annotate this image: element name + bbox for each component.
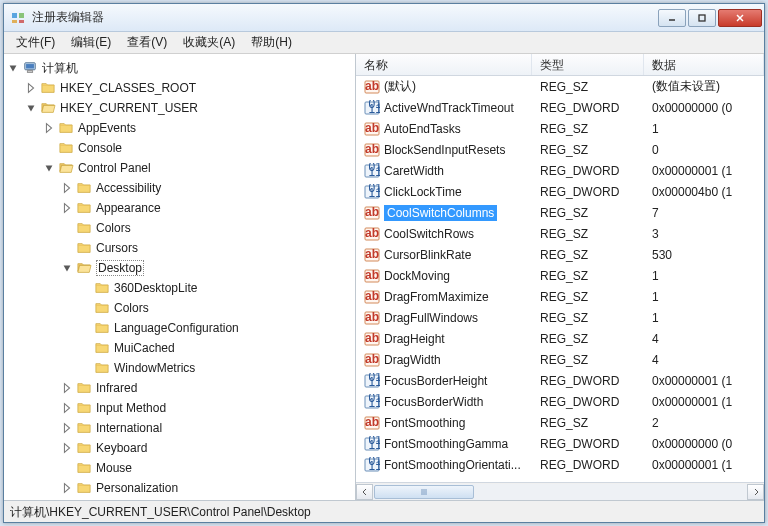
expander-icon[interactable] — [6, 61, 20, 75]
menu-help[interactable]: 帮助(H) — [243, 32, 300, 53]
tree-node-windowmetrics[interactable]: WindowMetrics — [78, 358, 355, 378]
expander-icon[interactable] — [60, 441, 74, 455]
column-header-data[interactable]: 数据 — [644, 54, 764, 75]
tree-node-international[interactable]: International — [60, 418, 355, 438]
value-row[interactable]: DragFullWindowsREG_SZ1 — [356, 307, 764, 328]
tree-node-accessibility[interactable]: Accessibility — [60, 178, 355, 198]
menu-edit[interactable]: 编辑(E) — [63, 32, 119, 53]
tree-node-mouse[interactable]: Mouse — [60, 458, 355, 478]
value-row[interactable]: DragWidthREG_SZ4 — [356, 349, 764, 370]
value-row[interactable]: FocusBorderWidthREG_DWORD0x00000001 (1 — [356, 391, 764, 412]
tree-node-appearance[interactable]: Appearance — [60, 198, 355, 218]
expander-icon[interactable] — [60, 381, 74, 395]
tree-node-cursors[interactable]: Cursors — [60, 238, 355, 258]
value-data: 1 — [644, 311, 764, 325]
expander-icon[interactable] — [24, 101, 38, 115]
column-header-name[interactable]: 名称 — [356, 54, 532, 75]
value-row[interactable]: DockMovingREG_SZ1 — [356, 265, 764, 286]
menu-favorites[interactable]: 收藏夹(A) — [175, 32, 243, 53]
tree-node-personalization[interactable]: Personalization — [60, 478, 355, 498]
menu-file[interactable]: 文件(F) — [8, 32, 63, 53]
tree-node-colors[interactable]: Colors — [60, 218, 355, 238]
svg-rect-13 — [699, 15, 705, 21]
tree-label: Infrared — [96, 381, 137, 395]
value-data: 4 — [644, 332, 764, 346]
value-row[interactable]: AutoEndTasksREG_SZ1 — [356, 118, 764, 139]
value-row[interactable]: DragFromMaximizeREG_SZ1 — [356, 286, 764, 307]
value-type: REG_SZ — [532, 332, 644, 346]
tree-label: Console — [78, 141, 122, 155]
tree-node-keyboard[interactable]: Keyboard — [60, 438, 355, 458]
tree-label: Appearance — [96, 201, 161, 215]
maximize-button[interactable] — [688, 9, 716, 27]
tree-label: HKEY_CURRENT_USER — [60, 101, 198, 115]
tree-node-desktop-colors[interactable]: Colors — [78, 298, 355, 318]
expander-icon[interactable] — [60, 201, 74, 215]
folder-icon — [94, 321, 110, 335]
value-row[interactable]: FontSmoothingGammaREG_DWORD0x00000000 (0 — [356, 433, 764, 454]
close-button[interactable] — [718, 9, 762, 27]
expander-icon[interactable] — [42, 161, 56, 175]
value-row[interactable]: CoolSwitchRowsREG_SZ3 — [356, 223, 764, 244]
scroll-right-button[interactable] — [747, 484, 764, 500]
content-area: 计算机 HKEY_CLASSES_ROOT — [4, 54, 764, 500]
expander-icon[interactable] — [60, 181, 74, 195]
list-body[interactable]: (默认)REG_SZ(数值未设置)ActiveWndTrackTimeoutRE… — [356, 76, 764, 482]
tree-node-infrared[interactable]: Infrared — [60, 378, 355, 398]
value-row[interactable]: BlockSendInputResetsREG_SZ0 — [356, 139, 764, 160]
scroll-track[interactable] — [373, 484, 747, 500]
value-type: REG_DWORD — [532, 164, 644, 178]
tree-node-muicached[interactable]: MuiCached — [78, 338, 355, 358]
expander-icon[interactable] — [60, 421, 74, 435]
expander-icon[interactable] — [42, 121, 56, 135]
value-name: DragFromMaximize — [384, 290, 489, 304]
expander-icon[interactable] — [24, 81, 38, 95]
tree-node-langconfig[interactable]: LanguageConfiguration — [78, 318, 355, 338]
tree-label: Colors — [96, 221, 131, 235]
value-row[interactable]: ClickLockTimeREG_DWORD0x000004b0 (1 — [356, 181, 764, 202]
titlebar[interactable]: 注册表编辑器 — [4, 4, 764, 32]
expander-icon[interactable] — [60, 401, 74, 415]
expander-icon[interactable] — [60, 481, 74, 495]
tree-node-inputmethod[interactable]: Input Method — [60, 398, 355, 418]
tree-label: HKEY_CLASSES_ROOT — [60, 81, 196, 95]
value-name: FocusBorderWidth — [384, 395, 483, 409]
value-row[interactable]: FontSmoothingREG_SZ2 — [356, 412, 764, 433]
minimize-button[interactable] — [658, 9, 686, 27]
value-name: FontSmoothingOrientati... — [384, 458, 521, 472]
string-value-icon — [364, 247, 380, 263]
binary-value-icon — [364, 184, 380, 200]
tree-node-console[interactable]: Console — [42, 138, 355, 158]
value-row[interactable]: (默认)REG_SZ(数值未设置) — [356, 76, 764, 97]
folder-icon — [58, 141, 74, 155]
tree-node-hkcr[interactable]: HKEY_CLASSES_ROOT — [24, 78, 355, 98]
scroll-left-button[interactable] — [356, 484, 373, 500]
value-row[interactable]: CoolSwitchColumnsREG_SZ7 — [356, 202, 764, 223]
value-name: (默认) — [384, 78, 416, 95]
tree-node-controlpanel[interactable]: Control Panel — [42, 158, 355, 178]
string-value-icon — [364, 352, 380, 368]
status-path: 计算机\HKEY_CURRENT_USER\Control Panel\Desk… — [10, 505, 311, 519]
expander-icon[interactable] — [60, 261, 74, 275]
tree-label: 360DesktopLite — [114, 281, 197, 295]
value-type: REG_SZ — [532, 80, 644, 94]
menu-view[interactable]: 查看(V) — [119, 32, 175, 53]
value-row[interactable]: CaretWidthREG_DWORD0x00000001 (1 — [356, 160, 764, 181]
value-row[interactable]: FocusBorderHeightREG_DWORD0x00000001 (1 — [356, 370, 764, 391]
horizontal-scrollbar[interactable] — [356, 482, 764, 500]
tree-node-computer[interactable]: 计算机 — [6, 58, 355, 78]
value-row[interactable]: FontSmoothingOrientati...REG_DWORD0x0000… — [356, 454, 764, 475]
value-type: REG_SZ — [532, 290, 644, 304]
value-row[interactable]: ActiveWndTrackTimeoutREG_DWORD0x00000000… — [356, 97, 764, 118]
value-row[interactable]: DragHeightREG_SZ4 — [356, 328, 764, 349]
tree-node-appevents[interactable]: AppEvents — [42, 118, 355, 138]
value-type: REG_SZ — [532, 248, 644, 262]
tree-node-desktop[interactable]: Desktop — [60, 258, 355, 278]
value-row[interactable]: CursorBlinkRateREG_SZ530 — [356, 244, 764, 265]
scroll-thumb[interactable] — [374, 485, 474, 499]
tree-pane[interactable]: 计算机 HKEY_CLASSES_ROOT — [4, 54, 356, 500]
column-header-type[interactable]: 类型 — [532, 54, 644, 75]
tree-node-360desktoplite[interactable]: 360DesktopLite — [78, 278, 355, 298]
string-value-icon — [364, 289, 380, 305]
tree-node-hkcu[interactable]: HKEY_CURRENT_USER — [24, 98, 355, 118]
